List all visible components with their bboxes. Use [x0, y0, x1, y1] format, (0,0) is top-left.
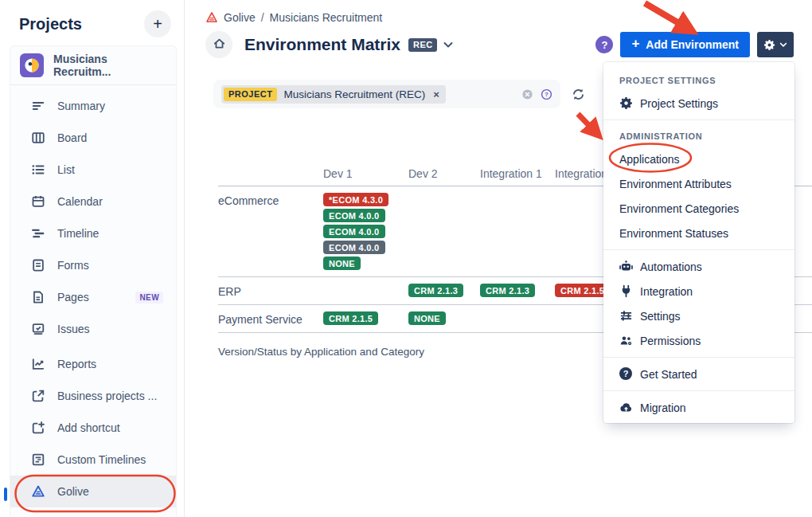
sidebar-item-label: Forms	[57, 259, 89, 272]
help-button[interactable]: ?	[595, 36, 613, 53]
menu-item-integration[interactable]: Integration	[603, 279, 794, 304]
menu-item-environment-attributes[interactable]: Environment Attributes	[603, 171, 794, 196]
project-panel: Musicians Recruitm... SummaryBoardListCa…	[10, 45, 177, 516]
menu-item-label: Applications	[619, 153, 680, 166]
sidebar-item-business-projects[interactable]: Business projects ...	[10, 380, 176, 412]
chevron-down-icon	[779, 40, 788, 49]
refresh-icon[interactable]	[572, 88, 585, 101]
sidebar-item-issues[interactable]: Issues	[10, 313, 176, 345]
sidebar-item-forms[interactable]: Forms	[10, 249, 176, 281]
menu-item-migration[interactable]: Migration	[603, 395, 794, 420]
selected-item-indicator	[4, 488, 7, 501]
board-icon	[31, 131, 45, 145]
reports-icon	[31, 357, 45, 371]
gear-icon	[619, 96, 633, 110]
menu-item-get-started[interactable]: ?Get Started	[603, 362, 794, 386]
sidebar-item-label: Add shortcut	[57, 421, 120, 434]
menu-item-environment-categories[interactable]: Environment Categories	[603, 196, 794, 221]
add-environment-label: Add Environment	[646, 38, 739, 51]
home-button[interactable]	[205, 31, 232, 58]
menu-item-permissions[interactable]: Permissions	[603, 328, 794, 353]
plug-icon	[619, 284, 633, 298]
plus-icon: +	[631, 36, 639, 52]
settings-gear-button[interactable]	[757, 32, 794, 57]
clear-filter-icon[interactable]	[521, 88, 533, 100]
env-version-badge[interactable]: *ECOM 4.3.0	[323, 193, 388, 206]
question-icon: ?	[619, 367, 633, 381]
matrix-row-label: eCommerce	[218, 193, 323, 207]
env-version-badge[interactable]: CRM 2.1.5	[555, 284, 610, 297]
remove-filter-icon[interactable]: ×	[433, 88, 439, 100]
pages-icon	[31, 290, 45, 304]
menu-item-label: Project Settings	[640, 97, 718, 110]
menu-item-label: Automations	[640, 260, 702, 273]
matrix-cell: CRM 2.1.5	[323, 311, 408, 325]
breadcrumb-project[interactable]: Musicians Recruitment	[270, 11, 383, 24]
menu-item-settings[interactable]: Settings	[603, 304, 794, 328]
sidebar-header: Projects +	[0, 0, 184, 44]
list-icon	[31, 163, 45, 177]
sidebar-item-label: Board	[57, 131, 87, 144]
sidebar-item-timeline[interactable]: Timeline	[10, 217, 176, 249]
sidebar-item-pages[interactable]: PagesNEW	[10, 281, 176, 313]
issues-icon	[31, 322, 45, 336]
chevron-down-icon[interactable]	[442, 38, 455, 51]
sidebar-item-label: Pages	[57, 291, 89, 304]
menu-item-applications[interactable]: Applications	[603, 147, 794, 171]
sidebar-item-list[interactable]: List	[10, 154, 176, 186]
filter-bar[interactable]: PROJECT Musicians Recruitment (REC) × ?	[213, 80, 560, 108]
sidebar-item-custom-timelines[interactable]: Custom Timelines	[10, 444, 176, 476]
env-version-badge[interactable]: NONE	[323, 257, 361, 270]
sidebar-item-golive[interactable]: Golive	[10, 476, 176, 507]
matrix-cell: CRM 2.1.3	[408, 284, 480, 297]
sidebar-item-summary[interactable]: Summary	[10, 90, 176, 122]
menu-item-project-settings[interactable]: Project Settings	[603, 91, 794, 116]
env-version-badge[interactable]: ECOM 4.0.0	[323, 225, 385, 238]
matrix-column-header: Dev 2	[408, 167, 480, 180]
sidebar-item-board[interactable]: Board	[10, 122, 176, 154]
menu-divider	[603, 249, 794, 250]
sidebar-title: Projects	[19, 15, 82, 33]
title-row: Environment Matrix REC ? + Add Environme…	[205, 31, 812, 58]
sidebar-item-calendar[interactable]: Calendar	[10, 186, 176, 217]
add-project-button[interactable]: +	[144, 10, 171, 37]
menu-item-automations[interactable]: Automations	[603, 254, 794, 279]
timeline-icon	[31, 226, 45, 241]
env-version-badge[interactable]: ECOM 4.0.0	[323, 209, 385, 222]
project-header[interactable]: Musicians Recruitm...	[10, 46, 176, 85]
gear-icon	[763, 39, 775, 51]
filter-help-icon[interactable]: ?	[541, 88, 552, 100]
menu-item-label: Integration	[640, 285, 693, 298]
settings-dropdown-menu: PROJECT SETTINGSProject SettingsADMINIST…	[603, 62, 794, 423]
sidebar-item-add-shortcut[interactable]: Add shortcut	[10, 412, 176, 444]
env-version-badge[interactable]: ECOM 4.0.0	[323, 241, 385, 254]
sidebar-item-label: Reports	[57, 358, 96, 370]
menu-item-label: Environment Attributes	[619, 178, 732, 190]
home-icon	[213, 37, 226, 53]
matrix-column-header: Dev 1	[323, 167, 408, 180]
menu-section-header: PROJECT SETTINGS	[603, 69, 794, 91]
project-key-badge: REC	[408, 38, 437, 52]
sidebar-item-reports[interactable]: Reports	[10, 348, 176, 380]
env-version-badge[interactable]: CRM 2.1.5	[323, 311, 378, 325]
breadcrumb-golive[interactable]: Golive	[224, 11, 256, 24]
add-environment-button[interactable]: + Add Environment	[620, 32, 750, 57]
question-icon: ?	[601, 39, 607, 51]
project-filter-chip[interactable]: PROJECT Musicians Recruitment (REC) ×	[221, 85, 446, 104]
menu-item-environment-statuses[interactable]: Environment Statuses	[603, 221, 794, 245]
external-link-icon	[31, 389, 45, 403]
sidebar-item-label: List	[57, 163, 75, 176]
env-version-badge[interactable]: CRM 2.1.3	[408, 284, 463, 297]
filter-chip-value: Musicians Recruitment (REC)	[283, 88, 425, 100]
sidebar-item-label: Timeline	[57, 227, 99, 240]
matrix-column-header: Integration 1	[480, 167, 555, 180]
breadcrumb: Golive / Musicians Recruitment	[205, 11, 812, 24]
project-name: Musicians Recruitm...	[53, 53, 166, 78]
project-avatar	[20, 53, 44, 77]
matrix-cell: CRM 2.1.3	[480, 284, 555, 297]
env-version-badge[interactable]: CRM 2.1.3	[480, 284, 535, 297]
plus-icon: +	[153, 15, 162, 33]
env-version-badge[interactable]: NONE	[408, 311, 446, 325]
menu-section-header: ADMINISTRATION	[603, 124, 794, 147]
sidebar-items: SummaryBoardListCalendarTimelineFormsPag…	[10, 85, 176, 512]
